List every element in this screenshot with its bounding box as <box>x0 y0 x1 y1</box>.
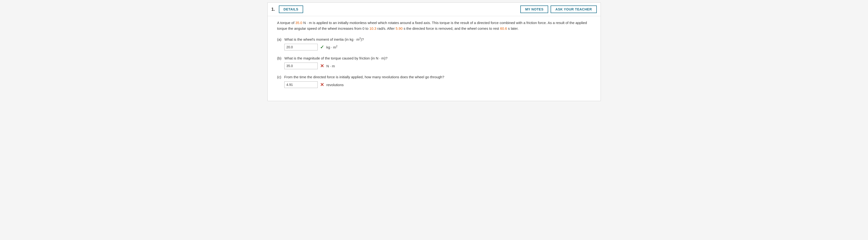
header-left: 1. DETAILS <box>272 5 303 13</box>
highlight-torque: 35.0 <box>295 21 302 25</box>
sub-question-c: (c) From the time the directed force is … <box>277 75 591 88</box>
answer-row-b: ✕ N · m <box>284 63 591 69</box>
answer-input-c[interactable] <box>284 81 318 88</box>
sub-question-c-letter: (c) <box>277 75 281 79</box>
unit-b: N · m <box>327 64 335 68</box>
question-body: A torque of 35.0 N · m is applied to an … <box>268 16 600 101</box>
sub-question-a-letter: (a) <box>277 37 281 41</box>
highlight-time2: 60.6 <box>500 26 507 30</box>
question-number: 1. <box>272 7 275 12</box>
sub-question-b-letter: (b) <box>277 56 281 60</box>
incorrect-icon-c: ✕ <box>320 82 324 88</box>
answer-input-b[interactable] <box>284 63 318 69</box>
answer-row-c: ✕ revolutions <box>284 81 591 88</box>
question-container: 1. DETAILS MY NOTES ASK YOUR TEACHER A t… <box>268 2 601 101</box>
sub-question-c-label: (c) From the time the directed force is … <box>277 75 591 79</box>
highlight-time1: 5.90 <box>396 26 402 30</box>
question-header: 1. DETAILS MY NOTES ASK YOUR TEACHER <box>268 3 600 16</box>
sub-question-b-label: (b) What is the magnitude of the torque … <box>277 56 591 60</box>
sub-question-a: (a) What is the wheel's moment of inerti… <box>277 37 591 50</box>
unit-c: revolutions <box>327 83 344 87</box>
unit-a: kg · m2 <box>327 45 337 49</box>
details-button[interactable]: DETAILS <box>279 5 303 13</box>
correct-icon-a: ✓ <box>320 44 324 50</box>
my-notes-button[interactable]: MY NOTES <box>520 5 548 13</box>
answer-input-a[interactable] <box>284 44 318 50</box>
sub-question-a-label: (a) What is the wheel's moment of inerti… <box>277 37 591 41</box>
problem-text: A torque of 35.0 N · m is applied to an … <box>277 20 591 31</box>
header-right: MY NOTES ASK YOUR TEACHER <box>520 5 596 13</box>
ask-teacher-button[interactable]: ASK YOUR TEACHER <box>551 5 596 13</box>
answer-row-a: ✓ kg · m2 <box>284 44 591 50</box>
sub-question-b: (b) What is the magnitude of the torque … <box>277 56 591 69</box>
highlight-angular-speed: 10.3 <box>369 26 376 30</box>
incorrect-icon-b: ✕ <box>320 63 324 69</box>
